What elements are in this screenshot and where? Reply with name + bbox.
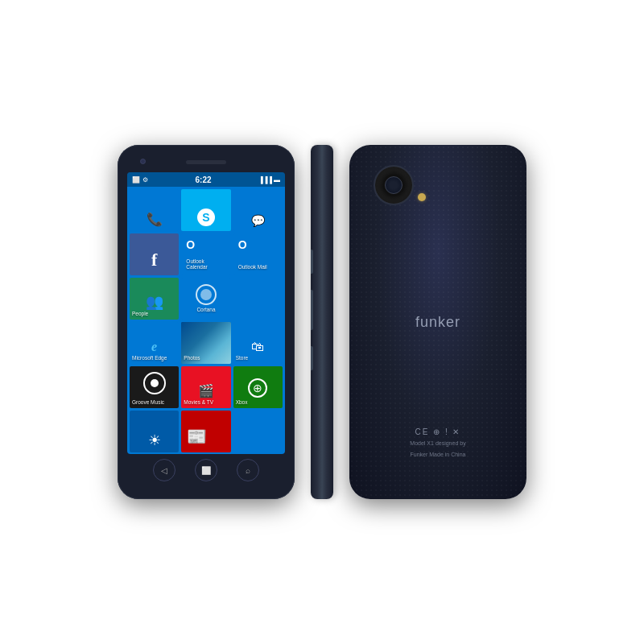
tile-outlook-mail[interactable]: O Outlook Mail: [233, 233, 283, 275]
status-right-icons: ▐▐▐ ▬: [258, 176, 280, 184]
signal-bars: ▐▐▐: [258, 176, 272, 184]
outlook-mail-content: O Outlook Mail: [236, 237, 280, 272]
phone-icon: 📞: [147, 213, 163, 226]
tile-outlook-cal-label: Outlook Calendar: [186, 258, 225, 270]
tile-grid-wrapper: 📞 S 💬 f: [127, 187, 285, 454]
weather-icon: ☀: [148, 433, 161, 448]
tile-empty2: [233, 411, 283, 452]
power-button[interactable]: [311, 250, 313, 274]
tile-weather[interactable]: ☀: [130, 411, 179, 452]
tile-edge[interactable]: e Microsoft Edge: [130, 322, 179, 364]
home-bar: ◁ ⬜ ⌕: [124, 459, 288, 481]
cert-model: Model X1 designed by: [410, 440, 465, 448]
tile-groove[interactable]: Groove Music: [130, 366, 179, 408]
tile-store-label: Store: [236, 355, 280, 361]
outlook-cal-content: O Outlook Calendar: [184, 237, 228, 272]
brand-name: funker: [415, 314, 460, 331]
tile-edge-label: Microsoft Edge: [132, 355, 176, 361]
tile-movies[interactable]: 🎬 Movies & TV: [181, 366, 230, 408]
skype-icon: S: [197, 208, 215, 226]
movies-icon: 🎬: [198, 385, 214, 398]
groove-icon: [143, 372, 166, 394]
groove-icon-wrap: [132, 369, 176, 398]
tile-empty: [233, 278, 283, 320]
skype-logo: S: [197, 208, 215, 226]
certifications: CE ⊕ ! ✕ Model X1 designed by Funker Mad…: [410, 427, 465, 459]
outlook-mail-letter: O: [238, 239, 247, 250]
camera-flash: [418, 193, 426, 201]
search-btn[interactable]: ⌕: [237, 459, 259, 481]
tile-grid: 📞 S 💬 f: [127, 187, 285, 454]
tile-facebook[interactable]: f: [130, 233, 179, 275]
phone-side: [311, 145, 333, 499]
tile-outlook-mail-label: Outlook Mail: [238, 264, 278, 270]
camera-button[interactable]: [311, 346, 313, 370]
speaker: [186, 160, 226, 164]
groove-circle-inner: [151, 379, 159, 387]
facebook-icon: f: [151, 250, 157, 270]
cortana-icon: [196, 284, 217, 305]
back-btn[interactable]: ◁: [153, 459, 175, 481]
battery-icon: ▬: [274, 176, 280, 184]
status-left-icons: ⬜ ⚙: [132, 176, 148, 184]
phone-back: funker CE ⊕ ! ✕ Model X1 designed by Fun…: [349, 145, 526, 499]
tile-movies-label: Movies & TV: [184, 399, 228, 405]
tile-photos[interactable]: Photos: [181, 322, 230, 364]
front-camera: [140, 159, 146, 164]
tile-xbox[interactable]: ⊕ Xbox: [233, 366, 283, 408]
edge-icon: e: [151, 341, 157, 353]
phone-screen: ⬜ ⚙ 6:22 ▐▐▐ ▬ 📞: [127, 172, 285, 454]
outlook-cal-letter: O: [186, 239, 195, 250]
phone-top-bar: [124, 155, 288, 169]
tile-outlook-calendar[interactable]: O Outlook Calendar: [181, 233, 230, 275]
cert-manufacturer: Funker Made in China: [410, 451, 465, 459]
tile-photos-label: Photos: [184, 355, 228, 361]
tile-people-label: People: [132, 311, 176, 316]
tile-people[interactable]: 👥 People: [130, 278, 179, 320]
camera-status-icon: ⚙: [142, 176, 148, 184]
status-bar: ⬜ ⚙ 6:22 ▐▐▐ ▬: [127, 172, 285, 187]
tile-phone[interactable]: 📞: [130, 189, 179, 231]
volume-button[interactable]: [311, 290, 313, 330]
people-icon: 👥: [146, 295, 163, 309]
tile-skype[interactable]: S: [181, 189, 230, 231]
phone-front: ⬜ ⚙ 6:22 ▐▐▐ ▬ 📞: [118, 145, 295, 499]
brand-area: funker: [415, 314, 460, 331]
product-scene: ⬜ ⚙ 6:22 ▐▐▐ ▬ 📞: [0, 0, 644, 644]
rear-camera: [374, 165, 414, 205]
xbox-logo: ⊕: [248, 378, 267, 398]
tile-store[interactable]: 🛍 Store: [233, 322, 283, 364]
news-icon: 📰: [184, 425, 210, 448]
tile-cortana-label: Cortana: [184, 307, 228, 312]
xbox-icon: ⊕: [248, 378, 267, 398]
cert-symbols: CE ⊕ ! ✕: [410, 427, 465, 436]
tile-news[interactable]: 📰: [181, 411, 230, 452]
tile-xbox-label: Xbox: [236, 399, 280, 405]
status-time: 6:22: [195, 175, 211, 184]
tile-cortana[interactable]: Cortana: [181, 278, 230, 320]
tile-messaging[interactable]: 💬: [233, 189, 283, 231]
sim-icon: ⬜: [132, 176, 140, 184]
store-icon: 🛍: [251, 341, 264, 353]
home-btn[interactable]: ⬜: [195, 459, 217, 481]
msg-icon: 💬: [251, 215, 265, 226]
tile-groove-label: Groove Music: [132, 399, 176, 405]
